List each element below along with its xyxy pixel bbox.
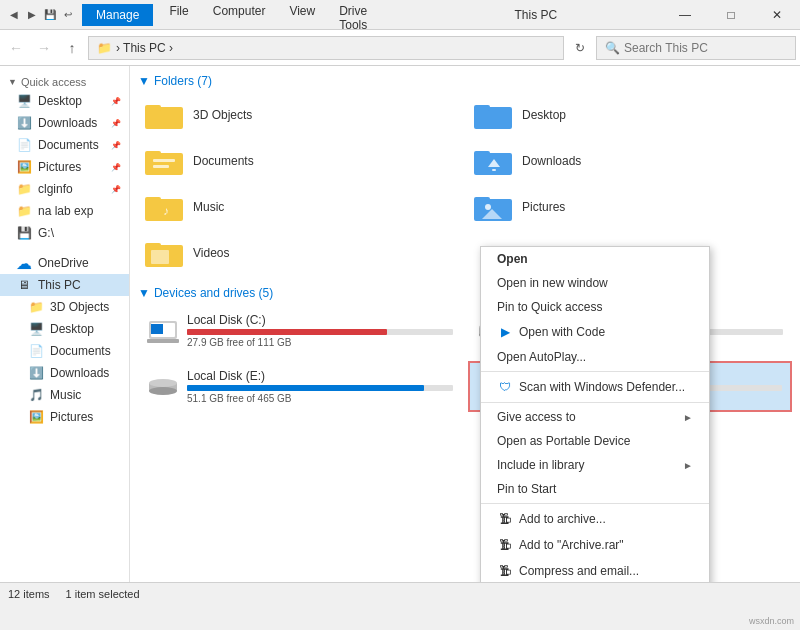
ctx-scan-defender[interactable]: 🛡 Scan with Windows Defender... [481,374,709,400]
ctx-label: Open with Code [519,325,605,339]
quick-access-label: Quick access [21,76,86,88]
ctx-portable-device[interactable]: Open as Portable Device [481,429,709,453]
svg-rect-5 [145,151,161,157]
search-input[interactable] [624,41,787,55]
folders-header[interactable]: ▼ Folders (7) [138,74,792,88]
ctx-open-new-window[interactable]: Open in new window [481,271,709,295]
drive-e[interactable]: Local Disk (E:) 51.1 GB free of 465 GB [138,361,462,412]
sidebar-item-music[interactable]: 🎵 Music [0,384,129,406]
folder-icon: 🎵 [28,387,44,403]
sidebar-item-onedrive[interactable]: ☁ OneDrive [0,252,129,274]
computer-icon: 🖥 [16,277,32,293]
ctx-open-with-code[interactable]: ▶ Open with Code [481,319,709,345]
sidebar-item-clginfo[interactable]: 📁 clginfo 📌 [0,178,129,200]
ctx-label: Open AutoPlay... [497,350,586,364]
sidebar-item-downloads2[interactable]: ⬇️ Downloads [0,362,129,384]
search-icon: 🔍 [605,41,620,55]
sidebar-label: Music [50,388,81,402]
sidebar-item-nalab[interactable]: 📁 na lab exp [0,200,129,222]
drive-e-bar [187,385,424,391]
ctx-include-library[interactable]: Include in library ► [481,453,709,477]
address-path[interactable]: 📁 › This PC › [88,36,564,60]
drive-c[interactable]: Local Disk (C:) 27.9 GB free of 111 GB [138,306,462,355]
folder-3dobjects[interactable]: 3D Objects [138,94,463,136]
file-tab[interactable]: File [157,0,200,30]
ctx-open[interactable]: Open [481,247,709,271]
svg-rect-16 [474,197,490,203]
sidebar-item-pictures2[interactable]: 🖼️ Pictures [0,406,129,428]
sidebar-label: Desktop [50,322,94,336]
sidebar-item-3dobjects[interactable]: 📁 3D Objects [0,296,129,318]
sidebar-item-pictures[interactable]: 🖼️ Pictures 📌 [0,156,129,178]
folder-icon: 🖥️ [28,321,44,337]
sidebar-item-desktop[interactable]: 🖥️ Desktop 📌 [0,90,129,112]
sidebar-item-thispc[interactable]: 🖥 This PC [0,274,129,296]
manage-tab[interactable]: Manage [82,4,153,26]
refresh-button[interactable]: ↻ [568,36,592,60]
sidebar-item-documents2[interactable]: 📄 Documents [0,340,129,362]
folder-icon: 📁 [16,181,32,197]
folder-icon-videos [145,237,185,269]
forward-button[interactable]: → [32,36,56,60]
maximize-button[interactable]: □ [708,0,754,30]
folder-desktop[interactable]: Desktop [467,94,792,136]
ctx-add-archive[interactable]: 🗜 Add to archive... [481,506,709,532]
sidebar-item-desktop2[interactable]: 🖥️ Desktop [0,318,129,340]
content-area: ▼ Folders (7) 3D Objects [130,66,800,582]
ctx-pin-quick-access[interactable]: Pin to Quick access [481,295,709,319]
folder-icon-3dobjects [145,99,185,131]
expand-icon: ▼ [8,77,17,87]
ribbon-tabs: File Computer View Drive Tools [157,0,409,30]
svg-rect-25 [147,339,179,343]
context-menu: Open Open in new window Pin to Quick acc… [480,246,710,582]
pictures-icon: 🖼️ [16,159,32,175]
drives-header-text: Devices and drives (5) [154,286,273,300]
svg-rect-20 [145,243,161,249]
folder-icon-documents [145,145,185,177]
back-icon: ◀ [6,7,22,23]
minimize-button[interactable]: — [662,0,708,30]
sidebar-item-downloads[interactable]: ⬇️ Downloads 📌 [0,112,129,134]
pin-icon: 📌 [111,97,121,106]
folder-videos[interactable]: Videos [138,232,463,274]
drive-c-bar [187,329,387,335]
svg-rect-9 [474,151,490,157]
search-box[interactable]: 🔍 [596,36,796,60]
ctx-give-access[interactable]: Give access to ► [481,405,709,429]
ctx-compress-email[interactable]: 🗜 Compress and email... [481,558,709,582]
folder-downloads[interactable]: Downloads [467,140,792,182]
sidebar-item-g[interactable]: 💾 G:\ [0,222,129,244]
close-button[interactable]: ✕ [754,0,800,30]
downloads-icon: ⬇️ [16,115,32,131]
folder-name: 3D Objects [193,108,252,122]
back-button[interactable]: ← [4,36,28,60]
sidebar-item-documents[interactable]: 📄 Documents 📌 [0,134,129,156]
folder-pictures[interactable]: Pictures [467,186,792,228]
ctx-pin-start[interactable]: Pin to Start [481,477,709,501]
ctx-add-archive-rar[interactable]: 🗜 Add to "Archive.rar" [481,532,709,558]
path-text: › This PC › [116,41,173,55]
view-tab[interactable]: View [277,0,327,30]
ctx-label: Scan with Windows Defender... [519,380,685,394]
addressbar: ← → ↑ 📁 › This PC › ↻ 🔍 [0,30,800,66]
up-button[interactable]: ↑ [60,36,84,60]
folder-icon: ⬇️ [28,365,44,381]
drive-c-info: Local Disk (C:) 27.9 GB free of 111 GB [187,313,453,348]
folder-icon-desktop [474,99,514,131]
drive-tools-tab[interactable]: Drive Tools [327,0,409,30]
sidebar: ▼ Quick access 🖥️ Desktop 📌 ⬇️ Downloads… [0,66,130,582]
drive-e-name: Local Disk (E:) [187,369,453,383]
pin-icon: 📌 [111,185,121,194]
folder-name: Desktop [522,108,566,122]
folder-music[interactable]: ♪ Music [138,186,463,228]
computer-tab[interactable]: Computer [201,0,278,30]
folder-documents[interactable]: Documents [138,140,463,182]
quick-access-section[interactable]: ▼ Quick access [0,70,129,90]
sidebar-label: Desktop [38,94,82,108]
drive-e-icon [147,371,179,403]
save-icon: 💾 [42,7,58,23]
ctx-label: Pin to Start [497,482,556,496]
drive-e-info: Local Disk (E:) 51.1 GB free of 465 GB [187,369,453,404]
collapse-icon: ▼ [138,286,150,300]
ctx-autoplay[interactable]: Open AutoPlay... [481,345,709,369]
